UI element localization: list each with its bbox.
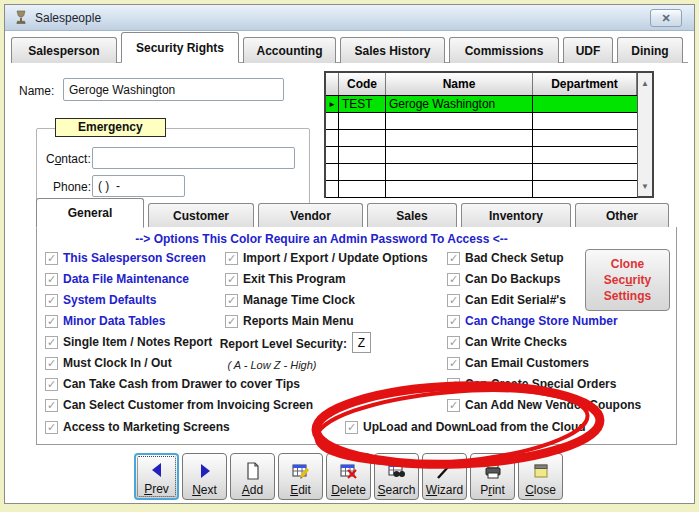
delete-button[interactable]: Delete [326, 453, 371, 500]
subtab-label: Sales [396, 209, 427, 223]
checkbox-bad-check-setup[interactable]: ✓Bad Check Setup [447, 251, 564, 265]
table-row[interactable] [326, 164, 637, 181]
checkbox-can-change-store-number[interactable]: ✓Can Change Store Number [447, 314, 618, 328]
check-icon: ✓ [45, 294, 58, 307]
tab-label: Dining [631, 44, 668, 58]
tab-commissions[interactable]: Commissions [449, 37, 559, 63]
checkbox-label: Can Write Checks [465, 335, 567, 349]
subtab-customer[interactable]: Customer [148, 203, 254, 228]
cell [533, 147, 637, 163]
search-button[interactable]: Search [374, 453, 419, 500]
checkbox-label: Minor Data Tables [63, 314, 165, 328]
checkbox-can-email-customers[interactable]: ✓Can Email Customers [447, 356, 589, 370]
wizard-wand-icon [435, 459, 455, 483]
scroll-up-icon[interactable]: ▲ [638, 75, 652, 91]
tab-accounting[interactable]: Accounting [243, 37, 336, 63]
cell-name: Geroge Washington [386, 96, 533, 112]
checkbox-label: Can Edit Serial#'s [465, 293, 566, 307]
contact-input[interactable] [92, 147, 295, 169]
header-department[interactable]: Department [533, 73, 637, 95]
next-button[interactable]: Next [182, 453, 227, 500]
checkbox-upload-download-cloud[interactable]: ✓UpLoad and DownLoad from the Cloud [345, 420, 586, 434]
close-button[interactable]: Close [518, 453, 563, 500]
tab-label: UDF [576, 44, 601, 58]
subtab-vendor[interactable]: Vendor [258, 203, 363, 228]
tab-salesperson[interactable]: Salesperson [11, 37, 117, 63]
emergency-group-title: Emergency [55, 118, 166, 137]
check-icon: ✓ [45, 315, 58, 328]
checkbox-can-do-backups[interactable]: ✓Can Do Backups [447, 272, 560, 286]
checkbox-label: Import / Export / Update Options [243, 251, 428, 265]
table-scrollbar[interactable]: ▲ ▼ [637, 73, 652, 196]
table-row[interactable] [326, 113, 637, 130]
tab-label: Security Rights [136, 41, 224, 55]
checkbox-select-customer-invoicing[interactable]: ✓Can Select Customer from Invoicing Scre… [45, 398, 313, 412]
check-icon: ✓ [345, 421, 358, 434]
checkbox-must-clock-in-out[interactable]: ✓Must Clock In / Out [45, 356, 172, 370]
subtab-label: General [68, 206, 113, 220]
button-label: Next [192, 483, 217, 497]
checkbox-exit-this-program[interactable]: ✓Exit This Program [225, 272, 346, 286]
security-subtab-bar: General Customer Vendor Sales Inventory … [36, 197, 677, 228]
header-name[interactable]: Name [386, 73, 533, 95]
checkbox-can-edit-serials[interactable]: ✓Can Edit Serial#'s [447, 293, 566, 307]
button-label: Edit [290, 483, 311, 497]
subtab-inventory[interactable]: Inventory [461, 203, 571, 228]
checkbox-access-marketing-screens[interactable]: ✓Access to Marketing Screens [45, 420, 230, 434]
cell [326, 147, 339, 163]
tab-sales-history[interactable]: Sales History [340, 37, 445, 63]
clone-button-line: Clone [611, 256, 644, 272]
checkbox-can-create-special-orders[interactable]: ✓Can Create Special Orders [447, 377, 616, 391]
checkbox-manage-time-clock[interactable]: ✓Manage Time Clock [225, 293, 355, 307]
checkbox-system-defaults[interactable]: ✓System Defaults [45, 293, 156, 307]
edit-grid-icon [291, 459, 311, 483]
checkbox-import-export-update[interactable]: ✓Import / Export / Update Options [225, 251, 428, 265]
print-button[interactable]: Print [470, 453, 515, 500]
table-row[interactable] [326, 181, 637, 198]
cell [533, 113, 637, 129]
checkbox-this-salesperson-screen[interactable]: ✓This Salesperson Screen [45, 251, 206, 265]
header-code[interactable]: Code [339, 73, 386, 95]
checkbox-take-cash-for-tips[interactable]: ✓Can Take Cash from Drawer to cover Tips [45, 377, 300, 391]
edit-button[interactable]: Edit [278, 453, 323, 500]
check-icon: ✓ [225, 315, 238, 328]
tab-dining[interactable]: Dining [617, 37, 683, 63]
check-icon: ✓ [447, 357, 460, 370]
subtab-other[interactable]: Other [575, 203, 669, 228]
checkbox-data-file-maintenance[interactable]: ✓Data File Maintenance [45, 272, 189, 286]
cell [326, 164, 339, 180]
table-row[interactable] [326, 147, 637, 164]
table-row[interactable] [326, 130, 637, 147]
add-button[interactable]: Add [230, 453, 275, 500]
cell [339, 181, 386, 197]
subtab-label: Inventory [489, 209, 543, 223]
check-icon: ✓ [447, 315, 460, 328]
scroll-down-icon[interactable]: ▼ [638, 178, 652, 194]
subtab-sales[interactable]: Sales [367, 203, 457, 228]
checkbox-reports-main-menu[interactable]: ✓Reports Main Menu [225, 314, 354, 328]
report-level-security-input[interactable] [352, 332, 371, 353]
close-icon: ✕ [661, 12, 670, 25]
check-icon: ✓ [225, 294, 238, 307]
cell [339, 130, 386, 146]
window-close-button[interactable]: ✕ [650, 9, 682, 27]
table-row-selected[interactable]: ► TEST Geroge Washington [326, 96, 637, 113]
checkbox-can-add-new-vendor-coupons[interactable]: ✓Can Add New Vendor Coupons [447, 398, 641, 412]
tab-security-rights[interactable]: Security Rights [121, 32, 239, 63]
checkbox-can-write-checks[interactable]: ✓Can Write Checks [447, 335, 567, 349]
checkbox-label: Can Change Store Number [465, 314, 618, 328]
name-input[interactable] [63, 78, 284, 101]
clone-security-settings-button[interactable]: Clone Security Settings [585, 249, 670, 311]
phone-input[interactable] [92, 175, 185, 197]
prev-button[interactable]: Prev [134, 453, 179, 500]
tab-udf[interactable]: UDF [563, 37, 613, 63]
cell [386, 164, 533, 180]
cell [533, 181, 637, 197]
record-toolbar: Prev Next Add Edit Delete Search Wizard [134, 453, 563, 500]
add-page-icon [243, 459, 263, 483]
checkbox-minor-data-tables[interactable]: ✓Minor Data Tables [45, 314, 165, 328]
subtab-general[interactable]: General [36, 198, 144, 228]
cell [386, 181, 533, 197]
cell [326, 130, 339, 146]
wizard-button[interactable]: Wizard [422, 453, 467, 500]
